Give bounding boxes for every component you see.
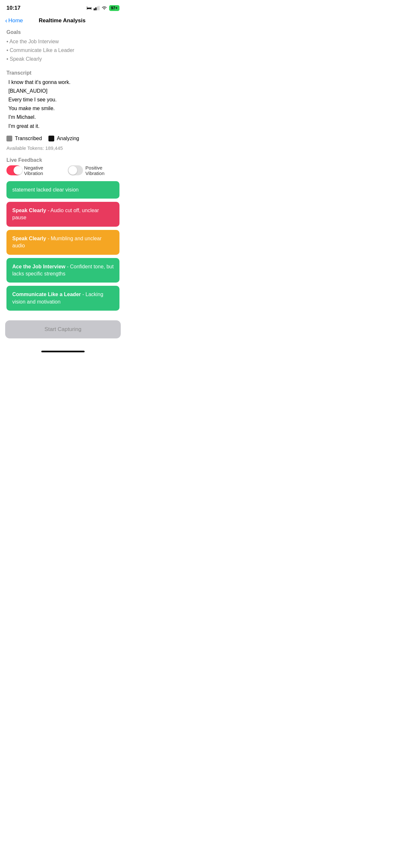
analyzing-square-icon — [49, 135, 54, 142]
goals-section: Goals • Ace the Job Interview • Communic… — [6, 29, 120, 64]
wifi-icon — [101, 6, 107, 10]
feedback-cards: statement lacked clear vision Speak Clea… — [6, 181, 120, 311]
feedback-card-3-goal: Speak Clearly — [12, 236, 46, 241]
start-capturing-button[interactable]: Start Capturing — [5, 320, 121, 338]
svg-rect-3 — [98, 6, 99, 10]
feedback-card-4-goal: Ace the Job Interview — [12, 264, 66, 269]
home-indicator — [0, 348, 126, 355]
svg-rect-1 — [95, 7, 96, 10]
svg-rect-0 — [94, 8, 95, 10]
negative-vibration-group: Negative Vibration — [6, 165, 60, 176]
analyzing-label: Analyzing — [57, 135, 79, 142]
transcript-header: Transcript — [6, 70, 120, 76]
transcript-line-4: You make me smile. — [8, 104, 120, 113]
goal-item-3: • Speak Clearly — [6, 55, 120, 63]
tokens-row: Available Tokens: 189,445 — [6, 145, 120, 151]
signal-icon — [94, 6, 99, 10]
transcript-line-6: I'm great at it. — [8, 122, 120, 130]
goal-item-2: • Communicate Like a Leader — [6, 46, 120, 55]
transcript-line-5: I'm Michael. — [8, 113, 120, 121]
transcript-line-2: [BLANK_AUDIO] — [8, 87, 120, 95]
status-icons: 🛏 97+ — [87, 5, 120, 11]
transcribed-label: Transcribed — [15, 135, 42, 142]
feedback-card-5: Communicate Like a Leader - Lacking visi… — [6, 286, 120, 311]
bottom-section: Start Capturing — [0, 320, 126, 348]
legend-analyzing: Analyzing — [49, 135, 79, 142]
feedback-card-3: Speak Clearly - Mumbling and unclear aud… — [6, 230, 120, 255]
feedback-card-5-goal: Communicate Like a Leader — [12, 291, 81, 297]
battery-badge: 97+ — [109, 5, 120, 11]
back-label: Home — [8, 18, 23, 24]
svg-rect-2 — [97, 6, 98, 10]
bed-icon: 🛏 — [87, 5, 92, 11]
transcript-line-1: I know that it's gonna work. — [8, 78, 120, 87]
positive-vibration-toggle[interactable] — [68, 165, 83, 175]
legend-row: Transcribed Analyzing — [6, 135, 120, 142]
transcript-section: Transcript I know that it's gonna work. … — [6, 70, 120, 130]
back-button[interactable]: ‹ Home — [5, 17, 23, 24]
goals-header: Goals — [6, 29, 120, 35]
main-content: Goals • Ace the Job Interview • Communic… — [0, 29, 126, 311]
transcript-line-3: Every time I see you. — [8, 95, 120, 104]
feedback-card-4: Ace the Job Interview - Confident tone, … — [6, 258, 120, 283]
status-time: 10:17 — [6, 5, 20, 11]
page-title: Realtime Analysis — [23, 18, 101, 24]
feedback-card-2-goal: Speak Clearly — [12, 208, 46, 213]
live-feedback-header: Live Feedback — [6, 157, 120, 163]
feedback-card-1: statement lacked clear vision — [6, 181, 120, 198]
status-bar: 10:17 🛏 97+ — [0, 0, 126, 14]
back-chevron-icon: ‹ — [5, 17, 7, 24]
goal-item-1: • Ace the Job Interview — [6, 37, 120, 46]
live-feedback-section: Live Feedback Negative Vibration Positiv… — [6, 157, 120, 176]
positive-vibration-label: Positive Vibration — [86, 165, 120, 176]
negative-vibration-label: Negative Vibration — [24, 165, 60, 176]
feedback-card-2: Speak Clearly - Audio cut off, unclear p… — [6, 202, 120, 227]
nav-bar: ‹ Home Realtime Analysis — [0, 14, 126, 28]
transcript-text: I know that it's gonna work. [BLANK_AUDI… — [6, 78, 120, 130]
transcribed-square-icon — [6, 135, 12, 142]
feedback-card-1-text: statement lacked clear vision — [12, 187, 79, 192]
negative-vibration-toggle[interactable] — [6, 165, 22, 175]
home-bar — [41, 351, 85, 352]
legend-transcribed: Transcribed — [6, 135, 42, 142]
vibration-row: Negative Vibration Positive Vibration — [6, 165, 120, 176]
positive-vibration-group: Positive Vibration — [68, 165, 120, 176]
toggle-thumb — [13, 166, 22, 175]
toggle-thumb-2 — [68, 166, 77, 175]
